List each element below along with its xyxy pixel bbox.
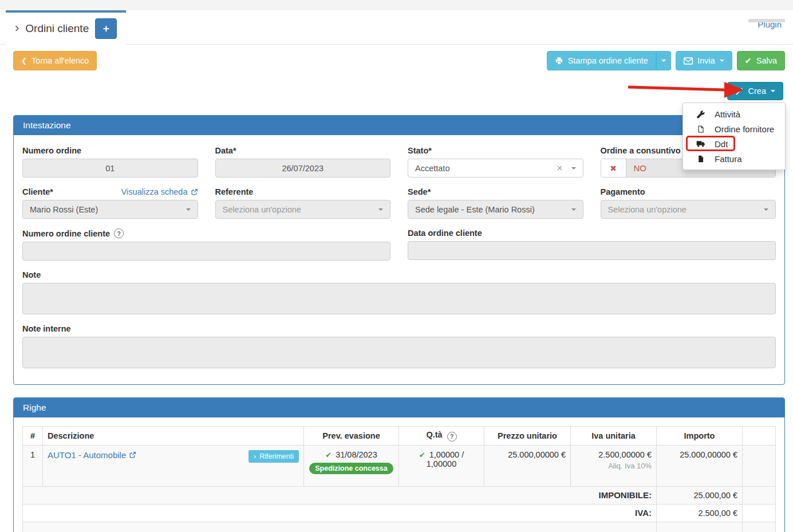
save-button[interactable]: ✔ Salva	[737, 51, 785, 70]
check-icon: ✔	[325, 451, 332, 459]
data-ordine-cliente-input[interactable]	[408, 241, 776, 260]
menu-item-attivita[interactable]: Attività	[683, 107, 785, 121]
row-qta: ✔ 1,00000 / 1,00000	[399, 445, 484, 486]
cross-icon[interactable]: ✖	[601, 159, 626, 177]
referente-label: Referente	[215, 187, 391, 196]
chevron-left-icon: ❮	[21, 57, 27, 64]
row-importo: 25.000,00000 €	[657, 445, 743, 486]
table-row: 1 AUTO1 - Automobile › Riferimenti	[23, 445, 776, 486]
pagamento-placeholder: Seleziona un'opzione	[608, 205, 687, 214]
note-label: Note	[22, 270, 776, 279]
referente-placeholder: Seleziona un'opzione	[223, 205, 301, 214]
caret-down-icon	[771, 90, 775, 92]
cliente-field: Cliente* Visualizza scheda Mario Rossi (…	[22, 187, 198, 219]
imponibile-actions	[743, 486, 776, 504]
numero-ordine-input[interactable]: 01	[22, 159, 198, 178]
iva-actions	[743, 504, 776, 522]
note-textarea[interactable]	[22, 283, 776, 314]
menu-item-label: Ordine fornitore	[715, 124, 774, 134]
printer-icon	[555, 57, 563, 65]
row-prev-evasione: ✔ 31/08/2023 Spedizione concessa	[304, 445, 399, 486]
article-link-label: AUTO1 - Automobile	[48, 450, 126, 460]
page-title: Ordini cliente	[25, 22, 89, 35]
crea-button[interactable]: Crea	[727, 82, 783, 100]
numero-ordine-cliente-input[interactable]	[22, 242, 390, 261]
numero-ordine-cliente-label: Numero ordine cliente	[22, 229, 110, 238]
check-icon: ✔	[745, 56, 752, 65]
back-button-label: Torna all'elenco	[31, 56, 89, 65]
iva-value: 2.500,00 €	[657, 504, 743, 522]
send-button[interactable]: Invia	[676, 51, 732, 70]
caret-down-icon	[720, 60, 724, 62]
cliente-select[interactable]: Mario Rossi (Este)	[22, 200, 198, 219]
add-order-button[interactable]: +	[95, 18, 117, 39]
sede-value: Sede legale - Este (Mario Rossi)	[415, 205, 535, 214]
iva-row: IVA: 2.500,00 €	[23, 504, 776, 522]
menu-item-ddt[interactable]: Ddt	[683, 136, 785, 151]
righe-header: Righe	[14, 398, 784, 417]
data-ordine-cliente-field: Data ordine cliente	[408, 228, 776, 261]
external-link-icon	[129, 451, 136, 459]
menu-item-ordine-fornitore[interactable]: Ordine fornitore	[683, 121, 785, 136]
print-dropdown-toggle[interactable]	[656, 51, 671, 70]
crea-dropdown-menu: Attività Ordine fornitore Ddt Fattura	[682, 103, 786, 170]
righe-panel: Righe # Descrizione Prev. evasione Q.tà …	[13, 397, 785, 532]
spedizione-badge: Spedizione concessa	[309, 463, 393, 474]
row-descrizione: AUTO1 - Automobile › Riferimenti	[43, 445, 304, 486]
menu-item-fattura[interactable]: Fattura	[683, 151, 785, 166]
referente-field: Referente Seleziona un'opzione	[215, 187, 391, 219]
visualizza-scheda-link[interactable]: Visualizza scheda	[121, 187, 198, 196]
cliente-value: Mario Rossi (Este)	[30, 205, 98, 214]
stato-select[interactable]: Accettato ×	[408, 159, 583, 178]
clear-icon[interactable]: ×	[557, 163, 563, 173]
riferimenti-badge[interactable]: › Riferimenti	[248, 450, 299, 463]
iva-label: IVA:	[23, 504, 657, 522]
numero-ordine-value: 01	[105, 164, 115, 173]
righe-body: # Descrizione Prev. evasione Q.tà ? Prez…	[14, 417, 784, 532]
stato-label: Stato*	[408, 146, 583, 155]
note-interne-label: Note interne	[22, 324, 776, 333]
prev-evasione-date: 31/08/2023	[336, 450, 377, 459]
wrench-icon	[696, 110, 705, 119]
external-link-icon	[191, 188, 198, 196]
caret-down-icon	[571, 208, 576, 211]
back-button[interactable]: ❮ Torna all'elenco	[13, 51, 97, 70]
riferimenti-label: Riferimenti	[259, 452, 294, 460]
data-input[interactable]: 26/07/2023	[215, 159, 391, 178]
toolbar: ❮ Torna all'elenco Stampa ordine cliente	[13, 51, 785, 70]
aliquota-label: Aliq. Iva 10%	[575, 462, 652, 470]
data-value: 26/07/2023	[282, 164, 323, 173]
caret-down-icon	[661, 60, 666, 62]
truck-icon	[696, 140, 705, 148]
col-actions	[743, 427, 776, 446]
numero-ordine-field: Numero ordine 01	[22, 146, 198, 178]
print-button[interactable]: Stampa ordine cliente	[547, 51, 656, 70]
send-button-label: Invia	[697, 56, 715, 65]
imponibile-value: 25.000,00 €	[657, 486, 743, 504]
numero-ordine-label: Numero ordine	[22, 146, 198, 155]
imponibile-row: IMPONIBILE: 25.000,00 €	[23, 486, 776, 504]
crea-button-label: Crea	[748, 86, 766, 96]
col-descrizione: Descrizione	[43, 427, 304, 446]
iva-value: 2.500,00000 €	[575, 450, 652, 459]
toolbar-right: Stampa ordine cliente Invia ✔ Salva	[547, 51, 785, 70]
file-solid-icon	[696, 155, 705, 163]
col-qta: Q.tà ?	[399, 427, 484, 446]
row-actions	[743, 445, 776, 486]
article-link[interactable]: AUTO1 - Automobile	[48, 450, 136, 460]
sede-select[interactable]: Sede legale - Este (Mario Rossi)	[408, 200, 583, 219]
table-header-row: # Descrizione Prev. evasione Q.tà ? Prez…	[23, 427, 776, 446]
qta-value-1: 1,00000 /	[429, 450, 464, 459]
righe-table: # Descrizione Prev. evasione Q.tà ? Prez…	[22, 426, 776, 532]
menu-item-label: Fattura	[715, 154, 742, 164]
note-interne-textarea[interactable]	[22, 337, 776, 368]
col-prev-evasione: Prev. evasione	[304, 427, 399, 446]
question-circle-icon: ?	[114, 228, 124, 238]
save-button-label: Salva	[756, 56, 777, 65]
referente-select[interactable]: Seleziona un'opzione	[215, 200, 391, 219]
tab-ordini-cliente[interactable]: › Ordini cliente +	[6, 10, 126, 45]
col-prezzo-unitario: Prezzo unitario	[484, 427, 571, 446]
pagamento-select[interactable]: Seleziona un'opzione	[601, 200, 776, 219]
sede-field: Sede* Sede legale - Este (Mario Rossi)	[408, 187, 583, 219]
print-split-button: Stampa ordine cliente	[547, 51, 671, 70]
